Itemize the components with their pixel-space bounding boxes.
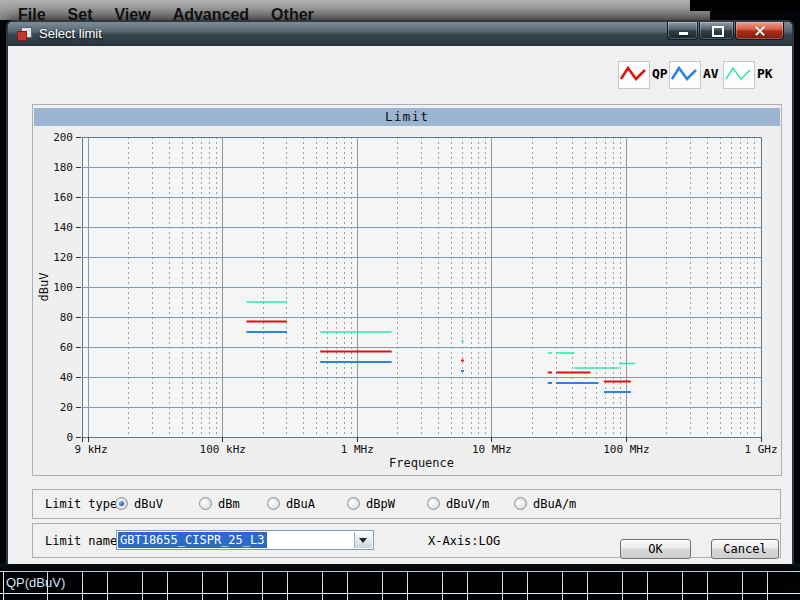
legend-swatch-qp <box>618 61 650 89</box>
screen: FileSetViewAdvancedOther QP(dBuV) Select… <box>0 0 800 600</box>
svg-text:1 GHz: 1 GHz <box>744 443 777 456</box>
svg-text:100: 100 <box>53 281 73 294</box>
menu-item-advanced[interactable]: Advanced <box>173 0 249 20</box>
status-table: QP(dBuV) <box>0 563 800 600</box>
status-col-border <box>647 571 648 600</box>
radio-icon <box>427 497 440 510</box>
radio-option-label: dBuV <box>134 497 163 511</box>
radio-option-dbua[interactable]: dBuA <box>267 496 315 511</box>
limit-type-groupbox: Limit type dBuVdBmdBuAdBpWdBuV/mdBuA/m <box>32 489 781 519</box>
radio-icon <box>514 497 527 510</box>
limit-type-label: Limit type <box>45 497 117 511</box>
legend-label-pk: PK <box>757 66 773 81</box>
status-col-border <box>382 571 383 600</box>
limit-name-combobox[interactable]: GBT18655_CISPR_25_L3 <box>116 530 374 550</box>
x-axis-mode-label: X-Axis:LOG <box>428 534 500 548</box>
status-col-border <box>622 571 623 600</box>
radio-option-label: dBuV/m <box>446 497 489 511</box>
radio-icon <box>347 497 360 510</box>
status-col-border <box>227 571 228 600</box>
radio-option-label: dBpW <box>366 497 395 511</box>
svg-text:9 kHz: 9 kHz <box>74 443 107 456</box>
svg-text:140: 140 <box>53 221 73 234</box>
radio-option-dbm[interactable]: dBm <box>199 496 240 511</box>
svg-text:120: 120 <box>53 251 73 264</box>
status-col-border <box>407 571 408 600</box>
status-col-border <box>262 571 263 600</box>
app-icon <box>17 27 32 41</box>
combobox-dropdown-button[interactable] <box>354 532 372 548</box>
svg-text:100 MHz: 100 MHz <box>603 443 649 456</box>
svg-text:200: 200 <box>53 131 73 144</box>
status-col-border <box>47 571 48 600</box>
status-col-border <box>347 571 348 600</box>
status-col-border <box>682 571 683 600</box>
status-col-border <box>202 571 203 600</box>
maximize-button[interactable] <box>699 22 734 40</box>
radio-icon <box>199 497 212 510</box>
status-col-border <box>527 571 528 600</box>
radio-option-label: dBm <box>218 497 240 511</box>
window-buttons <box>666 22 784 40</box>
minimize-button[interactable] <box>667 22 698 40</box>
status-row-border <box>0 571 800 572</box>
radio-icon <box>115 497 128 510</box>
status-col-border <box>442 571 443 600</box>
status-col-border <box>562 571 563 600</box>
svg-text:10 MHz: 10 MHz <box>472 443 512 456</box>
status-col-border <box>107 571 108 600</box>
menu-item-view[interactable]: View <box>114 0 150 20</box>
ok-button[interactable]: OK <box>620 539 691 559</box>
status-col-border <box>287 571 288 600</box>
legend-swatch-pk <box>723 61 755 89</box>
limit-chart: 0204060801001201401601802009 kHz100 kHz1… <box>33 105 783 477</box>
svg-text:20: 20 <box>60 401 73 414</box>
legend-label-qp: QP <box>652 66 668 81</box>
chevron-down-icon <box>359 538 367 547</box>
status-col-border <box>142 571 143 600</box>
radio-option-dbua-m[interactable]: dBuA/m <box>514 496 576 511</box>
status-first-cell: QP(dBuV) <box>6 572 65 594</box>
radio-option-label: dBuA <box>286 497 315 511</box>
menu-item-set[interactable]: Set <box>68 0 93 20</box>
dialog-title: Select limit <box>39 22 102 46</box>
pk-line-icon <box>724 62 752 86</box>
status-col-border <box>767 571 768 600</box>
radio-option-dbuv[interactable]: dBuV <box>115 496 163 511</box>
status-col-border <box>167 571 168 600</box>
svg-text:0: 0 <box>66 431 73 444</box>
dialog-titlebar: Select limit <box>8 22 792 46</box>
parent-window-panel <box>690 0 800 11</box>
status-row-border <box>0 593 800 594</box>
menu-bar: FileSetViewAdvancedOther <box>0 0 710 20</box>
close-icon <box>754 25 766 37</box>
menu-item-file[interactable]: File <box>18 0 46 20</box>
status-col-border <box>322 571 323 600</box>
x-axis-title: Frequence <box>389 456 454 470</box>
legend-swatch-av <box>669 61 701 89</box>
y-axis-title: dBuV <box>37 273 51 302</box>
limit-name-groupbox: Limit name GBT18655_CISPR_25_L3 X-Axis:L… <box>32 523 781 558</box>
menu-item-other[interactable]: Other <box>271 0 314 20</box>
svg-text:1 MHz: 1 MHz <box>341 443 374 456</box>
svg-text:160: 160 <box>53 191 73 204</box>
svg-text:180: 180 <box>53 161 73 174</box>
limit-name-value: GBT18655_CISPR_25_L3 <box>118 532 267 548</box>
status-col-border <box>82 571 83 600</box>
radio-option-dbuv-m[interactable]: dBuV/m <box>427 496 489 511</box>
limit-name-label: Limit name <box>45 534 117 548</box>
limit-chart-container: Limit 0204060801001201401601802009 kHz10… <box>32 104 782 476</box>
status-col-border <box>502 571 503 600</box>
radio-option-label: dBuA/m <box>533 497 576 511</box>
svg-text:40: 40 <box>60 371 73 384</box>
qp-line-icon <box>619 62 647 86</box>
svg-text:80: 80 <box>60 311 73 324</box>
av-line-icon <box>670 62 698 86</box>
minimize-icon <box>679 32 688 35</box>
select-limit-dialog: Select limit Limit 020406080100120140160… <box>6 20 794 564</box>
cancel-button[interactable]: Cancel <box>711 539 779 559</box>
radio-option-dbpw[interactable]: dBpW <box>347 496 395 511</box>
close-button[interactable] <box>735 22 784 40</box>
radio-icon <box>267 497 280 510</box>
maximize-icon <box>712 26 724 37</box>
